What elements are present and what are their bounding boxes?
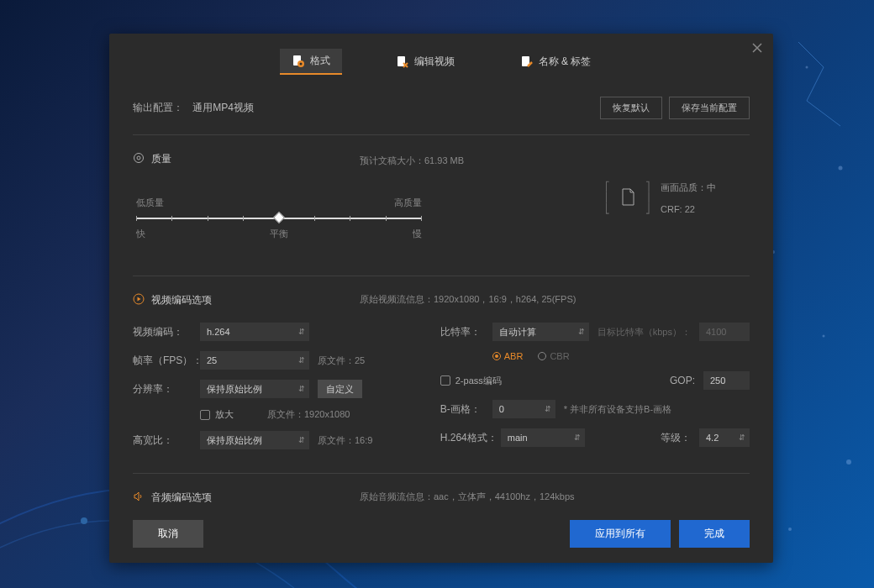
gop-input[interactable] — [703, 371, 750, 390]
abr-radio[interactable]: ABR — [492, 351, 524, 361]
fps-original: 原文件：25 — [318, 354, 365, 367]
h264-level-select[interactable]: 4.2 — [699, 428, 750, 447]
tab-format[interactable]: 格式 — [280, 49, 342, 75]
apply-all-button[interactable]: 应用到所有 — [570, 520, 671, 548]
slider-thumb[interactable] — [273, 212, 285, 223]
bitrate-mode-select[interactable]: 自动计算 — [492, 323, 589, 341]
audio-stream-info: 原始音频流信息：aac，立体声，44100hz，124kbps — [360, 491, 575, 503]
quality-slider[interactable]: 低质量 高质量 快 平衡 慢 — [136, 197, 422, 240]
svg-point-8 — [846, 459, 851, 465]
target-bitrate-input[interactable] — [699, 323, 750, 341]
svg-point-9 — [788, 528, 792, 531]
output-config-value: 通用MP4视频 — [192, 102, 254, 113]
gear-icon — [133, 152, 145, 166]
video-codec-select[interactable]: h.264 — [200, 323, 309, 341]
tab-label: 名称 & 标签 — [539, 55, 592, 69]
crf-value: CRF: 22 — [661, 204, 716, 214]
custom-resolution-button[interactable]: 自定义 — [318, 380, 362, 398]
play-icon — [133, 293, 145, 307]
estimated-size: 预计文稿大小：61.93 MB — [360, 155, 464, 167]
resolution-original: 原文件：1920x1080 — [267, 408, 350, 421]
svg-point-3 — [806, 66, 808, 69]
tab-label: 编辑视频 — [414, 55, 455, 69]
svg-point-4 — [839, 166, 843, 171]
bframe-select[interactable]: 0 — [492, 400, 555, 418]
done-button[interactable]: 完成 — [679, 520, 750, 548]
picture-quality: 画面品质：中 — [661, 181, 716, 194]
aspect-original: 原文件：16:9 — [318, 434, 372, 447]
tab-edit-video[interactable]: 编辑视频 — [384, 49, 466, 75]
bframe-note: * 并非所有设备支持B-画格 — [564, 403, 671, 416]
speaker-icon — [133, 491, 145, 505]
tab-name-tags[interactable]: 名称 & 标签 — [508, 49, 603, 75]
tab-label: 格式 — [310, 54, 330, 68]
video-stream-info: 原始视频流信息：1920x1080，16:9，h264, 25(FPS) — [360, 293, 576, 306]
cancel-button[interactable]: 取消 — [133, 520, 203, 548]
h264-profile-select[interactable]: main — [501, 428, 585, 447]
svg-point-6 — [823, 335, 825, 338]
close-icon[interactable] — [751, 42, 763, 54]
svg-point-15 — [134, 154, 144, 163]
fps-select[interactable]: 25 — [200, 351, 309, 370]
output-config-label: 输出配置： — [133, 102, 183, 113]
document-scissors-icon — [396, 55, 409, 69]
target-bitrate-label: 目标比特率（kbps）： — [598, 326, 691, 339]
enlarge-checkbox[interactable]: 放大 — [200, 408, 234, 421]
cbr-radio[interactable]: CBR — [538, 351, 569, 361]
restore-defaults-button[interactable]: 恢复默认 — [600, 97, 662, 119]
settings-modal: 格式 编辑视频 名称 & 标签 输出配置： 通用MP4视频 恢复默认 保存当前配… — [109, 34, 773, 563]
save-current-config-button[interactable]: 保存当前配置 — [669, 97, 750, 119]
resolution-select[interactable]: 保持原始比例 — [200, 380, 309, 398]
svg-point-12 — [299, 62, 302, 65]
two-pass-checkbox[interactable]: 2-pass编码 — [440, 375, 502, 387]
svg-point-16 — [137, 156, 140, 160]
document-gear-icon — [292, 55, 305, 68]
svg-rect-13 — [398, 56, 405, 66]
file-icon — [620, 188, 635, 208]
aspect-select[interactable]: 保持原始比例 — [200, 431, 309, 449]
tab-bar: 格式 编辑视频 名称 & 标签 — [109, 34, 773, 83]
modal-footer: 取消 应用到所有 完成 — [109, 508, 773, 563]
svg-point-0 — [81, 517, 87, 524]
document-pencil-icon — [520, 55, 534, 69]
